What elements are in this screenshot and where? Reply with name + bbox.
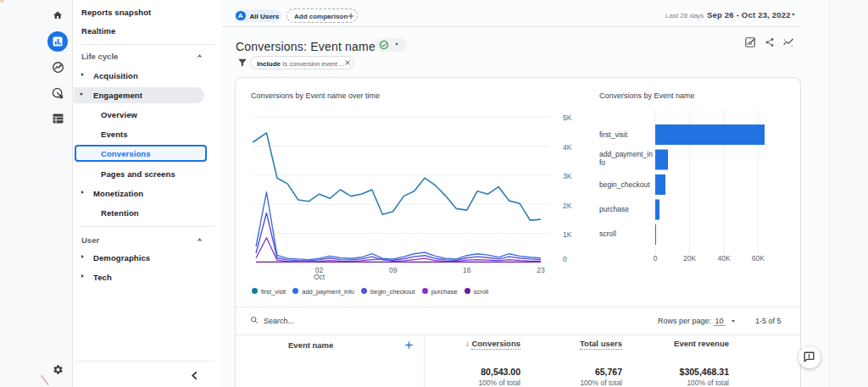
svg-text:60K: 60K: [752, 254, 765, 263]
svg-text:3K: 3K: [563, 172, 572, 180]
svg-text:23: 23: [537, 266, 545, 274]
svg-text:scroll: scroll: [599, 229, 616, 238]
svg-text:5K: 5K: [563, 113, 572, 122]
svg-text:2K: 2K: [563, 202, 572, 210]
svg-text:20K: 20K: [683, 254, 696, 263]
svg-text:add_payment_in: add_payment_in: [599, 150, 653, 158]
svg-text:16: 16: [463, 266, 471, 274]
svg-text:1K: 1K: [563, 230, 572, 239]
svg-text:40K: 40K: [717, 254, 730, 263]
svg-text:first_visit: first_visit: [599, 130, 628, 139]
svg-text:purchase: purchase: [599, 205, 629, 213]
svg-text:0: 0: [654, 254, 658, 263]
svg-text:4K: 4K: [563, 143, 572, 152]
svg-text:begin_checkout: begin_checkout: [599, 180, 650, 189]
svg-text:09: 09: [389, 266, 398, 274]
svg-text:0: 0: [563, 255, 567, 263]
svg-text:fo: fo: [599, 158, 605, 167]
svg-text:Oct: Oct: [314, 273, 326, 281]
